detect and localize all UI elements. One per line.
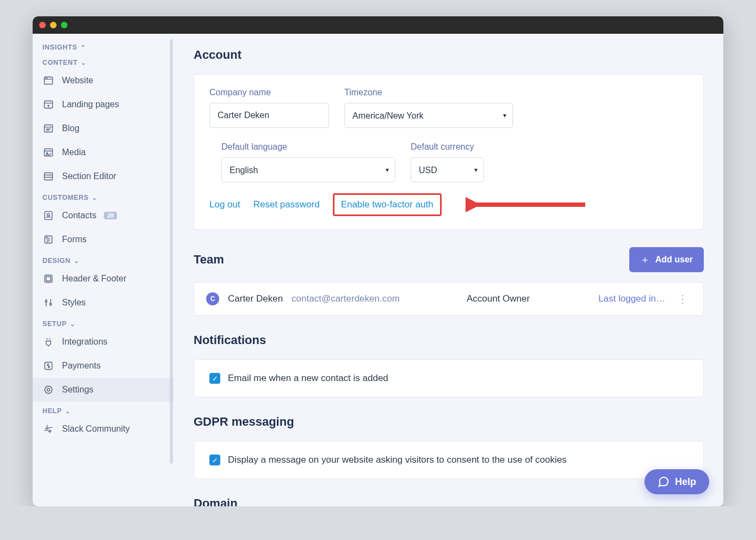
- help-label: Help: [675, 476, 696, 488]
- sidebar-section-insights[interactable]: INSIGHTS ⌃: [33, 38, 174, 53]
- currency-select[interactable]: USD: [411, 157, 484, 182]
- svg-rect-13: [45, 173, 53, 180]
- app-window: INSIGHTS ⌃ CONTENT ⌄ Website Landing pag…: [33, 16, 723, 506]
- sidebar-item-forms[interactable]: Forms: [33, 228, 174, 251]
- annotation-highlight: Enable two-factor auth: [333, 193, 442, 216]
- checkbox-label: Email me when a new contact is added: [228, 373, 388, 384]
- checkbox-label: Display a message on your website asking…: [228, 455, 567, 465]
- language-select[interactable]: English: [221, 157, 395, 182]
- nav-label: Integrations: [62, 337, 108, 347]
- settings-icon: [42, 384, 54, 396]
- help-fab-button[interactable]: Help: [645, 469, 709, 494]
- sidebar-item-section-editor[interactable]: Section Editor: [33, 164, 174, 188]
- sidebar-item-integrations[interactable]: Integrations: [33, 330, 174, 354]
- nav-label: Payments: [62, 361, 101, 371]
- nav-label: Section Editor: [62, 171, 116, 181]
- account-heading: Account: [194, 48, 704, 62]
- website-icon: [42, 75, 54, 87]
- section-label: CONTENT: [42, 59, 78, 66]
- plus-icon: ＋: [640, 253, 650, 266]
- chevron-down-icon: ⌄: [74, 257, 79, 265]
- sidebar-item-payments[interactable]: Payments: [33, 354, 174, 378]
- team-member-name: Carter Deken: [228, 293, 283, 304]
- window-close-dot[interactable]: [39, 22, 46, 28]
- integrations-icon: [42, 336, 54, 348]
- button-label: Add user: [655, 255, 693, 265]
- chevron-down-icon: ⌄: [70, 321, 76, 328]
- chevron-down-icon: ⌄: [81, 59, 86, 66]
- blog-icon: [42, 122, 54, 134]
- sidebar-scrollbar[interactable]: [170, 39, 173, 464]
- styles-icon: [42, 297, 54, 309]
- nav-label: Forms: [62, 235, 86, 244]
- team-member-email: contact@carterdeken.com: [292, 293, 400, 304]
- sidebar-item-blog[interactable]: Blog: [33, 116, 174, 140]
- email-new-contact-checkbox[interactable]: ✓: [209, 373, 220, 384]
- sidebar-item-settings[interactable]: Settings: [33, 378, 174, 402]
- svg-point-2: [46, 78, 46, 78]
- main-content: Account Company name Timezone America/Ne…: [174, 34, 723, 506]
- section-editor-icon: [42, 170, 54, 182]
- sidebar: INSIGHTS ⌃ CONTENT ⌄ Website Landing pag…: [33, 34, 174, 506]
- section-label: CUSTOMERS: [42, 194, 89, 201]
- sidebar-section-help[interactable]: HELP ⌄: [33, 402, 174, 417]
- domain-heading: Domain: [194, 496, 704, 506]
- account-card: Company name Timezone America/New York ▾: [194, 74, 704, 230]
- team-heading: Team: [194, 253, 224, 267]
- chat-icon: [658, 476, 670, 488]
- nav-label: Slack Community: [62, 424, 129, 434]
- enable-2fa-link[interactable]: Enable two-factor auth: [341, 199, 433, 210]
- logout-link[interactable]: Log out: [209, 199, 240, 210]
- company-name-label: Company name: [209, 88, 329, 97]
- sidebar-item-website[interactable]: Website: [33, 69, 174, 93]
- add-user-button[interactable]: ＋ Add user: [629, 247, 704, 272]
- team-member-row: C Carter Deken contact@carterdeken.com A…: [194, 282, 704, 316]
- nav-label: Settings: [62, 385, 94, 395]
- sidebar-item-contacts[interactable]: Contacts 28: [33, 204, 174, 228]
- titlebar: [33, 16, 723, 34]
- reset-password-link[interactable]: Reset password: [253, 199, 320, 210]
- svg-point-26: [45, 386, 52, 393]
- contacts-count-badge: 28: [104, 212, 117, 219]
- sidebar-item-slack-community[interactable]: Slack Community: [33, 417, 174, 441]
- gdpr-cookie-checkbox[interactable]: ✓: [209, 455, 220, 465]
- language-label: Default language: [221, 142, 395, 152]
- team-member-menu-icon[interactable]: ⋮: [674, 292, 691, 305]
- sidebar-item-styles[interactable]: Styles: [33, 291, 174, 315]
- window-minimize-dot[interactable]: [50, 22, 57, 28]
- payments-icon: [42, 360, 54, 372]
- sidebar-section-content[interactable]: CONTENT ⌄: [33, 53, 174, 69]
- section-label: INSIGHTS: [42, 44, 77, 51]
- svg-point-3: [47, 78, 47, 78]
- nav-label: Contacts: [62, 211, 96, 220]
- media-icon: [42, 146, 54, 158]
- section-label: SETUP: [42, 320, 67, 328]
- nav-label: Landing pages: [62, 100, 119, 109]
- team-member-role: Account Owner: [467, 293, 590, 304]
- app-body: INSIGHTS ⌃ CONTENT ⌄ Website Landing pag…: [33, 34, 723, 506]
- svg-point-27: [47, 389, 50, 391]
- team-member-last-login: Last logged in…: [598, 293, 665, 304]
- chevron-down-icon: ⌄: [92, 194, 97, 201]
- landing-icon: [42, 99, 54, 111]
- annotation-arrow-icon: [466, 197, 591, 213]
- sidebar-item-landing-pages[interactable]: Landing pages: [33, 93, 174, 116]
- currency-label: Default currency: [411, 142, 484, 152]
- svg-point-22: [45, 300, 47, 302]
- sidebar-section-design[interactable]: DESIGN ⌄: [33, 251, 174, 267]
- gdpr-card: ✓ Display a message on your website aski…: [194, 441, 704, 479]
- svg-point-24: [50, 303, 52, 305]
- contacts-icon: [42, 210, 54, 222]
- sidebar-section-setup[interactable]: SETUP ⌄: [33, 315, 174, 330]
- notifications-heading: Notifications: [194, 333, 704, 347]
- section-label: DESIGN: [42, 257, 71, 265]
- company-name-input[interactable]: [209, 103, 329, 128]
- timezone-select[interactable]: America/New York: [344, 103, 513, 128]
- avatar: C: [206, 292, 219, 305]
- window-zoom-dot[interactable]: [61, 22, 67, 28]
- chevron-up-icon: ⌃: [80, 44, 86, 51]
- nav-label: Blog: [62, 124, 79, 133]
- sidebar-item-media[interactable]: Media: [33, 140, 174, 164]
- sidebar-item-header-footer[interactable]: Header & Footer: [33, 267, 174, 291]
- sidebar-section-customers[interactable]: CUSTOMERS ⌄: [33, 188, 174, 204]
